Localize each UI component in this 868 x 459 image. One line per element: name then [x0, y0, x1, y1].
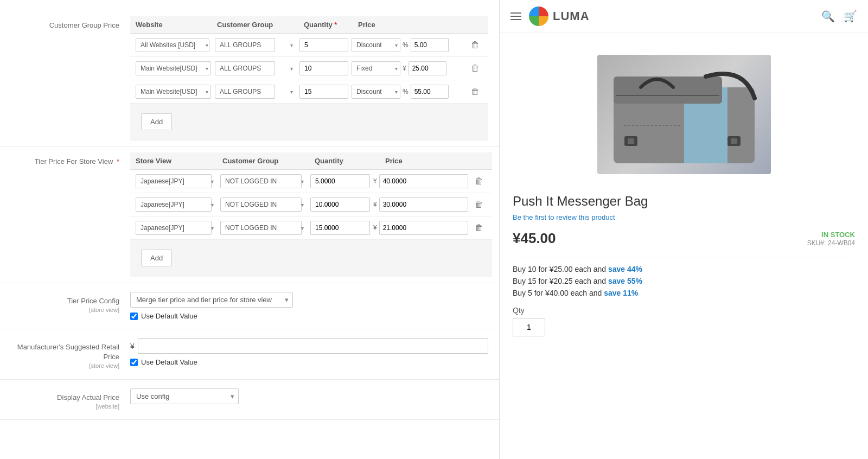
tier-qty-2[interactable] [310, 197, 370, 212]
display-actual-price-label-text: Display Actual Price [57, 393, 119, 401]
hamburger-menu[interactable] [510, 12, 521, 20]
cgp-header-cgroup: Customer Group [217, 21, 304, 29]
tier-storeview-2-wrap[interactable]: Japanese[JPY] [136, 197, 217, 212]
tier-header-cgroup: Customer Group [222, 157, 315, 165]
tier-cgroup-3-wrap[interactable]: NOT LOGGED IN [220, 221, 307, 235]
display-actual-price-select[interactable]: Use config On Gesture In Cart Before Ord… [130, 388, 239, 404]
tier-price-group-1: ¥ [373, 174, 468, 188]
tier-price-label: Tier Price For Store View * [11, 152, 130, 277]
tier-save-1: save 44% [608, 265, 642, 273]
msrp-value-input[interactable] [138, 338, 488, 354]
tier-storeview-2[interactable]: Japanese[JPY] [136, 197, 212, 212]
cgp-qty-1[interactable] [299, 38, 348, 52]
tier-delete-1[interactable]: 🗑 [471, 175, 487, 187]
tier-config-row: Tier Price Config [store view] Merge tie… [0, 283, 499, 329]
cgp-price-2[interactable] [409, 61, 446, 75]
svg-rect-4 [628, 138, 634, 144]
tier-add-row: Add [130, 240, 492, 276]
msrp-currency: ¥ [130, 342, 135, 350]
tier-qty-1[interactable] [310, 174, 370, 188]
cgp-qty-3[interactable] [299, 85, 348, 99]
tier-storeview-1[interactable]: Japanese[JPY] [136, 174, 212, 188]
cgp-add-button[interactable]: Add [141, 113, 172, 130]
luma-logo[interactable]: LUMA [529, 7, 590, 26]
cgp-qty-2[interactable] [299, 61, 348, 75]
tier-save-3: save 11% [604, 289, 638, 297]
product-image-svg [597, 55, 771, 174]
stock-info: IN STOCK SKU#: 24-WB04 [807, 231, 855, 247]
tier-storeview-1-wrap[interactable]: Japanese[JPY] [136, 174, 217, 188]
cgp-website-1[interactable]: All Websites [USD] [136, 38, 209, 52]
msrp-use-default-checkbox[interactable] [130, 359, 138, 366]
cgp-price-group-3: Discount Fixed % [352, 85, 449, 99]
tier-price-3[interactable] [379, 221, 468, 235]
cgp-website-2-wrap[interactable]: Main Website[USD] [136, 61, 212, 75]
cgp-cgroup-3-wrap[interactable]: ALL GROUPS [215, 85, 296, 99]
cgp-price-type-1[interactable]: Discount Fixed [352, 38, 400, 52]
cgp-price-type-3[interactable]: Discount Fixed [352, 85, 400, 99]
display-actual-price-label: Display Actual Price [website] [11, 388, 130, 411]
cgp-delete-3[interactable]: 🗑 [468, 86, 483, 98]
cgp-prefix-1: % [403, 41, 409, 49]
stock-price-row: ¥45.00 IN STOCK SKU#: 24-WB04 [513, 226, 855, 251]
tier-config-content: Merge tier price and tier price for stor… [130, 292, 488, 320]
cgp-price-type-2[interactable]: Fixed Discount [352, 61, 400, 75]
tier-row-1: Japanese[JPY] NOT LOGGED IN ¥ 🗑 [130, 170, 492, 193]
cgp-row-3: Main Website[USD] ALL GROUPS Discount [130, 80, 488, 104]
tier-config-checkbox-row: Use Default Value [130, 312, 488, 320]
cgp-website-2[interactable]: Main Website[USD] [136, 61, 211, 75]
tier-qty-3[interactable] [310, 221, 370, 235]
tier-config-use-default-checkbox[interactable] [130, 313, 138, 320]
cgp-delete-1[interactable]: 🗑 [468, 39, 483, 51]
tier-price-group-2: ¥ [373, 197, 468, 212]
review-link[interactable]: Be the first to review this product [513, 213, 615, 221]
cgp-website-3[interactable]: Main Website[USD] [136, 85, 211, 99]
tier-delete-2[interactable]: 🗑 [471, 199, 487, 211]
cgp-content: Website Customer Group Quantity * Price … [130, 16, 488, 141]
cgp-cgroup-1-wrap[interactable]: ALL GROUPS [215, 38, 296, 52]
tier-storeview-3-wrap[interactable]: Japanese[JPY] [136, 221, 217, 235]
product-info: Push It Messenger Bag Be the first to re… [500, 185, 868, 345]
tier-pricing-row-2: Buy 15 for ¥20.25 each and save 55% [513, 277, 855, 285]
tier-config-select[interactable]: Merge tier price and tier price for stor… [130, 292, 293, 308]
cgp-price-1[interactable] [411, 38, 449, 52]
tier-cgroup-1-wrap[interactable]: NOT LOGGED IN [220, 174, 307, 188]
tier-cgroup-3[interactable]: NOT LOGGED IN [220, 221, 302, 235]
cgp-price-type-2-wrap[interactable]: Fixed Discount [352, 61, 400, 75]
tier-config-label: Tier Price Config [store view] [11, 292, 130, 320]
qty-input[interactable] [513, 318, 545, 336]
price-divider [513, 258, 855, 258]
cgp-price-type-1-wrap[interactable]: Discount Fixed [352, 38, 400, 52]
cart-icon[interactable]: 🛒 [844, 10, 857, 23]
tier-storeview-3[interactable]: Japanese[JPY] [136, 221, 212, 235]
cgp-cgroup-1[interactable]: ALL GROUPS [215, 38, 275, 52]
qty-section: Qty [513, 306, 855, 336]
tier-pricing-row-3: Buy 5 for ¥40.00 each and save 11% [513, 289, 855, 297]
tier-config-label-text: Tier Price Config [67, 297, 119, 305]
cgp-cgroup-2[interactable]: ALL GROUPS [215, 61, 275, 75]
cgp-website-1-wrap[interactable]: All Websites [USD] [136, 38, 212, 52]
tier-cgroup-2[interactable]: NOT LOGGED IN [220, 197, 302, 212]
msrp-sublabel: [store view] [11, 362, 119, 370]
customer-group-price-row: Customer Group Price Website Customer Gr… [0, 11, 499, 147]
tier-price-2[interactable] [379, 197, 468, 212]
tier-add-button[interactable]: Add [141, 250, 172, 266]
cgp-cgroup-3[interactable]: ALL GROUPS [215, 85, 275, 99]
cgp-price-type-3-wrap[interactable]: Discount Fixed [352, 85, 400, 99]
search-icon[interactable]: 🔍 [821, 10, 835, 23]
tier-price-1[interactable] [379, 174, 468, 188]
tier-row-3: Japanese[JPY] NOT LOGGED IN ¥ 🗑 [130, 216, 492, 240]
cgp-delete-2[interactable]: 🗑 [468, 62, 483, 74]
display-actual-price-wrap[interactable]: Use config On Gesture In Cart Before Ord… [130, 388, 239, 404]
sku-value: 24-WB04 [828, 239, 855, 247]
display-actual-price-sublabel: [website] [11, 403, 119, 411]
cgp-price-3[interactable] [411, 85, 449, 99]
svg-rect-6 [731, 138, 737, 144]
tier-cgroup-2-wrap[interactable]: NOT LOGGED IN [220, 197, 307, 212]
cgp-website-3-wrap[interactable]: Main Website[USD] [136, 85, 212, 99]
cgp-cgroup-2-wrap[interactable]: ALL GROUPS [215, 61, 296, 75]
tier-config-select-wrap[interactable]: Merge tier price and tier price for stor… [130, 292, 293, 308]
tier-cgroup-1[interactable]: NOT LOGGED IN [220, 174, 302, 188]
tier-delete-3[interactable]: 🗑 [471, 222, 487, 234]
cgp-row-2: Main Website[USD] ALL GROUPS Fixed [130, 57, 488, 80]
